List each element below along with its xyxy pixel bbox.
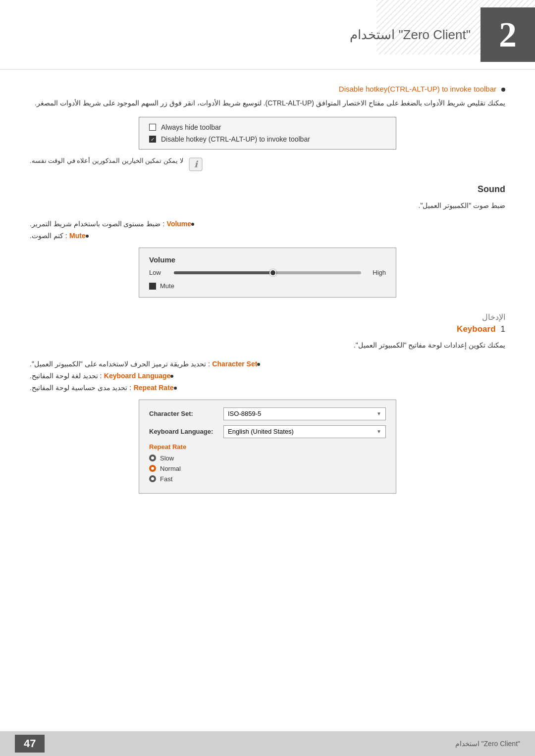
always-hide-row: Always hide toolbar: [149, 123, 386, 131]
keyboard-box: Character Set: ISO-8859-5 ▼ Keyboard Lan…: [139, 400, 396, 494]
charset-select[interactable]: ISO-8859-5 ▼: [223, 407, 386, 420]
slider-track: [174, 271, 277, 274]
sound-section: Sound ضبط صوت "الكمبيوتر العميل". Volume…: [30, 184, 505, 298]
disable-hotkey-section: Disable hotkey(CTRL-ALT-UP) to invoke to…: [30, 85, 505, 172]
input-section: الإدخال Keyboard 1 يمكنك تكوين إعدادات ل…: [30, 312, 505, 493]
page-number-badge: 47: [15, 735, 45, 753]
volume-bullet: Volume : ضبط مستوى الصوت باستخدام شريط ا…: [30, 219, 505, 228]
low-label: Low: [149, 269, 166, 276]
repeatrate-text: : تحديد مدى حساسية لوحة المفاتيح.: [30, 384, 131, 392]
keyboard-arabic: يمكنك تكوين إعدادات لوحة مفاتيح "الكمبيو…: [30, 339, 505, 352]
keyboard-label: Keyboard: [457, 324, 495, 334]
hotkey-arabic-description: يمكنك تقليص شريط الأدوات بالضغط على مفتا…: [30, 97, 505, 109]
charset-value: ISO-8859-5: [228, 410, 261, 417]
kblang-arrow-icon: ▼: [376, 429, 381, 434]
mute-bullet: Mute : كتم الصوت.: [30, 231, 505, 240]
kblang-row-label: Keyboard Language:: [149, 428, 223, 435]
kblang-value: English (United States): [228, 428, 294, 435]
volume-slider[interactable]: [174, 271, 361, 274]
slider-thumb: [269, 269, 276, 276]
mute-checkbox[interactable]: [149, 283, 156, 290]
volume-box-title: Volume: [149, 255, 386, 264]
repeatrate-dot: [174, 387, 177, 390]
header-content: "Zero Client" استخدام 2: [340, 0, 535, 69]
mute-checkbox-label: Mute: [160, 282, 174, 290]
volume-text: : ضبط مستوى الصوت باستخدام شريط التمرير.: [30, 220, 164, 228]
radio-slow: Slow: [149, 454, 386, 462]
kblang-text: : تحديد لغة لوحة المفاتيح.: [30, 372, 102, 380]
repeatrate-bullet: Repeat Rate : تحديد مدى حساسية لوحة المف…: [30, 383, 505, 392]
charset-row: Character Set: ISO-8859-5 ▼: [149, 407, 386, 420]
kblang-row: Keyboard Language: English (United State…: [149, 425, 386, 438]
fast-label: Fast: [160, 475, 172, 483]
mute-row: Mute: [149, 282, 386, 290]
note-text: لا يمكن تمكين الخيارين المذكورين أعلاه ف…: [30, 157, 183, 164]
kblang-dot: [170, 375, 173, 378]
input-divider: الإدخال: [30, 312, 505, 322]
radio-inner-normal: [151, 467, 154, 470]
repeat-rate-title: Repeat Rate: [149, 443, 386, 451]
normal-label: Normal: [160, 465, 181, 472]
bullet-dot: [501, 88, 505, 92]
slow-label: Slow: [160, 454, 174, 462]
radio-fast: Fast: [149, 475, 386, 483]
charset-row-label: Character Set:: [149, 410, 223, 417]
always-hide-label: Always hide toolbar: [161, 123, 221, 131]
kblang-select[interactable]: English (United States) ▼: [223, 425, 386, 438]
main-content: Disable hotkey(CTRL-ALT-UP) to invoke to…: [0, 80, 535, 573]
chapter-badge: 2: [481, 7, 535, 62]
mute-text: : كتم الصوت.: [30, 232, 67, 240]
hotkey-link-text: Disable hotkey(CTRL-ALT-UP) to invoke to…: [339, 85, 496, 93]
disable-hotkey-checkbox[interactable]: ✓: [149, 136, 156, 143]
keyboard-number: 1: [501, 324, 505, 334]
sound-arabic-heading: ضبط صوت "الكمبيوتر العميل".: [30, 200, 505, 212]
always-hide-checkbox[interactable]: [149, 124, 156, 131]
volume-label: Volume: [167, 220, 192, 228]
radio-inner-slow: [151, 456, 154, 459]
normal-radio[interactable]: [149, 465, 156, 472]
charset-label: Character Set: [212, 360, 257, 368]
repeatrate-label: Repeat Rate: [134, 384, 174, 392]
checkmark-icon: ✓: [151, 137, 155, 142]
note-box: ℹ لا يمكن تمكين الخيارين المذكورين أعلاه…: [30, 157, 505, 172]
kblang-label: Keyboard Language: [104, 372, 171, 380]
slider-row: Low High: [149, 269, 386, 276]
kblang-bullet: Keyboard Language : تحديد لغة لوحة المفا…: [30, 371, 505, 380]
high-label: High: [369, 269, 386, 276]
slow-radio[interactable]: [149, 454, 156, 461]
repeat-rate-section: Repeat Rate Slow Normal: [149, 443, 386, 483]
sound-heading: Sound: [30, 184, 505, 195]
page-header: "Zero Client" استخدام 2: [0, 0, 535, 70]
mute-label: Mute: [69, 232, 86, 240]
page-footer: 47 "Zero Client" استخدام: [0, 731, 535, 756]
keyboard-heading-row: Keyboard 1: [30, 324, 505, 334]
disable-hotkey-label: Disable hotkey (CTRL-ALT-UP) to invoke t…: [161, 135, 310, 143]
volume-box: Volume Low High Mute: [139, 248, 396, 298]
note-icon: ℹ: [188, 157, 203, 172]
volume-dot: [191, 223, 194, 226]
radio-inner-fast: [151, 477, 154, 480]
charset-dot: [257, 363, 260, 366]
page-title: "Zero Client" استخدام: [340, 27, 481, 43]
toolbar-ui-box: Always hide toolbar ✓ Disable hotkey (CT…: [139, 117, 396, 150]
charset-text: : تحديد طريقة ترميز الحرف لاستخدامه على …: [30, 360, 210, 368]
mute-dot: [86, 235, 89, 238]
radio-normal: Normal: [149, 465, 386, 472]
fast-radio[interactable]: [149, 475, 156, 482]
disable-hotkey-row: ✓ Disable hotkey (CTRL-ALT-UP) to invoke…: [149, 135, 386, 143]
charset-bullet: Character Set : تحديد طريقة ترميز الحرف …: [30, 359, 505, 368]
charset-arrow-icon: ▼: [376, 411, 381, 416]
footer-text: "Zero Client" استخدام: [455, 740, 520, 748]
hotkey-bullet: Disable hotkey(CTRL-ALT-UP) to invoke to…: [30, 85, 505, 93]
